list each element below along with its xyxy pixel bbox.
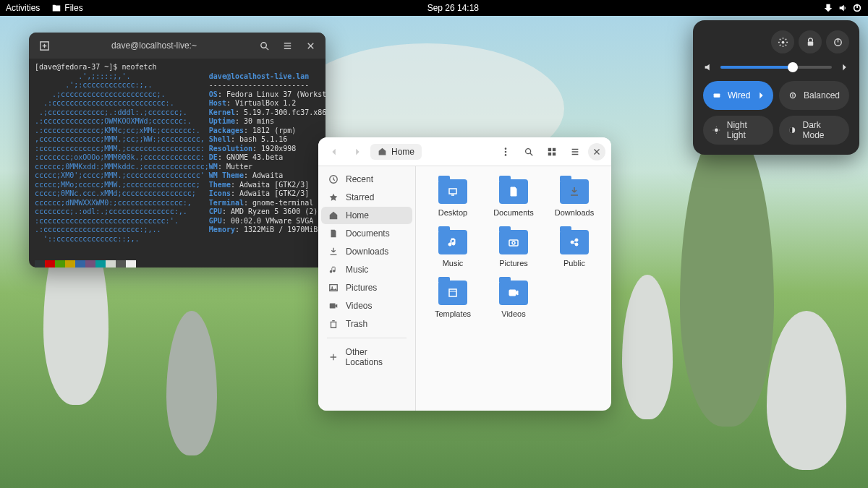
sidebar-item-home[interactable]: Home [321,207,412,224]
folder-videos[interactable]: Videos [485,281,542,318]
list-icon [570,147,580,157]
svg-point-19 [575,239,578,241]
sidebar-item-documents[interactable]: Documents [321,225,412,242]
sidebar-item-other-locations[interactable]: Other Locations [321,343,412,371]
clock[interactable]: Sep 26 14:18 [427,3,479,13]
files-headerbar: Home [318,137,611,166]
terminal-content[interactable]: [dave@fedora-37 ~]$ neofetch .',;::::;,'… [29,59,326,267]
slider-thumb[interactable] [788,62,798,72]
power-icon[interactable] [852,3,862,13]
svg-rect-22 [509,290,516,296]
path-bar[interactable]: Home [370,144,422,160]
quick-settings-panel: Wired Balanced Night Light Dark Mode [693,20,859,155]
svg-rect-10 [553,152,556,155]
folder-public[interactable]: Public [546,230,603,267]
speaker-icon [703,62,713,72]
close-button[interactable] [588,143,605,160]
svg-rect-14 [330,304,336,309]
folder-desktop[interactable]: Desktop [425,179,481,217]
activities-button[interactable]: Activities [6,3,40,13]
close-icon [592,147,602,157]
folder-downloads[interactable]: Downloads [546,179,603,217]
folder-music[interactable]: Music [425,230,481,267]
volume-slider-row [703,62,849,72]
sidebar-item-videos[interactable]: Videos [321,297,412,314]
dark-mode-icon [788,125,797,135]
wired-toggle[interactable]: Wired [703,81,773,110]
svg-rect-8 [553,147,556,150]
search-icon [524,147,534,157]
menu-button[interactable] [278,36,297,55]
close-icon [305,40,316,51]
svg-point-13 [331,286,333,288]
gear-icon [778,37,788,48]
balanced-icon [788,90,798,100]
terminal-titlebar[interactable]: dave@localhost-live:~ [29,33,326,59]
files-app-indicator[interactable]: Files [51,3,82,13]
sidebar-item-pictures[interactable]: Pictures [321,279,412,296]
files-window: Home RecentStarredHomeDocumentsDownloads… [318,137,611,411]
svg-rect-15 [449,189,456,194]
dark-mode-toggle[interactable]: Dark Mode [779,116,849,145]
sidebar-item-trash[interactable]: Trash [321,315,412,333]
volume-icon[interactable] [838,3,848,13]
svg-rect-26 [714,93,720,97]
folder-pictures[interactable]: Pictures [485,230,542,267]
list-view-button[interactable] [565,142,585,162]
wired-icon [712,90,722,100]
svg-point-5 [505,154,507,156]
home-icon [378,147,387,156]
chevron-left-icon [329,147,339,157]
close-button[interactable] [301,36,320,55]
svg-rect-9 [548,152,551,155]
network-icon[interactable] [823,3,833,13]
grid-icon [547,147,557,157]
power-icon [833,37,843,48]
files-icon [51,3,61,13]
sidebar-item-recent[interactable]: Recent [321,171,412,188]
svg-point-3 [505,147,507,150]
svg-point-2 [260,42,266,48]
night-light-icon [712,125,721,135]
chevron-right-icon [756,90,766,100]
kebab-icon [501,147,511,157]
chevron-right-icon[interactable] [839,62,849,72]
svg-rect-16 [509,240,518,246]
lock-button[interactable] [799,30,822,53]
sidebar-item-starred[interactable]: Starred [321,189,412,206]
terminal-window: dave@localhost-live:~ [dave@fedora-37 ~]… [29,33,326,267]
forward-button[interactable] [347,142,367,162]
balanced-toggle[interactable]: Balanced [779,81,849,110]
svg-point-20 [575,243,578,246]
folder-documents[interactable]: Documents [485,179,542,217]
svg-point-17 [512,241,515,244]
chevron-right-icon [352,147,362,157]
icon-view-button[interactable] [542,142,562,162]
night-light-toggle[interactable]: Night Light [703,116,773,145]
places-sidebar: RecentStarredHomeDocumentsDownloadsMusic… [318,166,416,411]
svg-point-4 [505,150,507,153]
settings-button[interactable] [771,30,794,53]
terminal-title: dave@localhost-live:~ [58,40,250,51]
power-button[interactable] [826,30,849,53]
search-button[interactable] [255,36,273,55]
new-tab-button[interactable] [35,36,54,55]
svg-point-23 [781,40,784,43]
svg-rect-21 [449,289,456,296]
search-button[interactable] [519,142,539,162]
sidebar-item-music[interactable]: Music [321,261,412,278]
svg-rect-24 [807,41,813,46]
folder-templates[interactable]: Templates [425,281,481,318]
lock-icon [805,37,816,48]
svg-point-6 [526,148,531,153]
back-button[interactable] [324,142,344,162]
volume-slider[interactable] [720,66,832,69]
svg-point-28 [715,129,718,132]
top-bar: Activities Files Sep 26 14:18 [0,0,868,16]
svg-rect-7 [548,147,551,150]
sidebar-item-downloads[interactable]: Downloads [321,243,412,260]
folder-grid[interactable]: DesktopDocumentsDownloadsMusicPicturesPu… [416,166,611,411]
view-menu-button[interactable] [495,142,516,162]
